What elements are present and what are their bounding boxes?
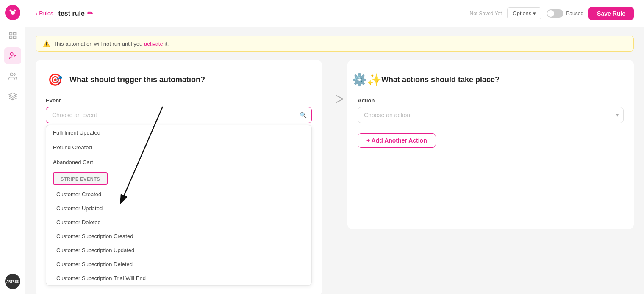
not-saved-label: Not Saved Yet [469, 11, 502, 16]
stripe-section-header: Stripe Events [53, 172, 108, 185]
search-icon: 🔍 [300, 112, 307, 118]
sidebar: ARTREE [0, 0, 25, 294]
event-dropdown: Fulfillment Updated Refund Created Aband… [46, 125, 312, 286]
topbar-left: ‹ Rules test rule ✏ [36, 9, 93, 17]
dropdown-item-customer-subscription-updated[interactable]: Customer Subscription Updated [46, 243, 311, 257]
trigger-panel: 🎯 What should trigger this automation? E… [36, 60, 322, 294]
toggle-label: Paused [566, 11, 583, 16]
breadcrumb-rules[interactable]: ‹ Rules [36, 10, 53, 16]
activate-link[interactable]: activate [144, 41, 163, 47]
action-panel-header: ⚙️✨ What actions should take place? [358, 70, 624, 89]
arrow-connector [322, 60, 347, 104]
svg-point-8 [10, 73, 13, 76]
action-select-wrap: Choose an action ▾ [358, 107, 624, 123]
action-heading: What actions should take place? [381, 75, 500, 84]
app-logo[interactable] [5, 5, 20, 20]
chevron-left-icon: ‹ [36, 10, 37, 16]
svg-point-7 [10, 53, 13, 56]
sidebar-bottom: ARTREE [5, 274, 20, 289]
rule-title: test rule ✏ [58, 9, 93, 17]
stripe-section-row: Stripe Events [46, 170, 311, 187]
event-search-wrap: 🔍 [46, 107, 312, 123]
sidebar-item-dashboard[interactable] [4, 27, 21, 44]
user-avatar[interactable]: ARTREE [5, 274, 20, 289]
dropdown-item-refund-created[interactable]: Refund Created [46, 140, 311, 155]
page-content: ⚠️ This automation will not run until yo… [25, 27, 644, 294]
warning-icon: ⚠️ [43, 40, 50, 47]
rule-name-text: test rule [58, 10, 85, 17]
paused-toggle-wrap: Paused [547, 9, 583, 18]
add-another-action-button[interactable]: + Add Another Action [358, 133, 436, 148]
dropdown-item-customer-updated[interactable]: Customer Updated [46, 201, 311, 215]
add-action-label: + Add Another Action [366, 137, 427, 144]
dropdown-item-abandoned-cart[interactable]: Abandoned Cart [46, 155, 311, 170]
dropdown-item-customer-deleted[interactable]: Customer Deleted [46, 215, 311, 229]
svg-rect-3 [9, 33, 12, 35]
svg-marker-9 [9, 93, 16, 96]
action-icon: ⚙️✨ [358, 70, 376, 89]
action-field-label: Action [358, 97, 624, 104]
dropdown-item-customer-subscription-created[interactable]: Customer Subscription Created [46, 229, 311, 243]
dropdown-item-customer-subscription-deleted[interactable]: Customer Subscription Deleted [46, 257, 311, 271]
event-field-label: Event [46, 97, 312, 104]
dropdown-item-fulfillment-updated[interactable]: Fulfillment Updated [46, 125, 311, 140]
warning-text: This automation will not run until you a… [53, 41, 169, 47]
action-select[interactable]: Choose an action [358, 107, 624, 123]
main-area: ‹ Rules test rule ✏ Not Saved Yet Option… [25, 0, 644, 294]
svg-rect-5 [9, 36, 12, 39]
two-col-layout: 🎯 What should trigger this automation? E… [36, 60, 634, 294]
svg-rect-6 [13, 36, 16, 39]
paused-toggle[interactable] [547, 9, 564, 18]
sidebar-item-contacts[interactable] [4, 68, 21, 85]
options-label: Options [513, 10, 532, 16]
save-rule-button[interactable]: Save Rule [588, 7, 634, 20]
topbar-right: Not Saved Yet Options ▾ Paused Save Rule [469, 7, 634, 20]
options-button[interactable]: Options ▾ [507, 7, 542, 19]
event-search-input[interactable] [46, 107, 312, 123]
svg-rect-4 [13, 33, 16, 35]
svg-point-1 [9, 10, 11, 12]
chevron-down-icon: ▾ [533, 10, 536, 16]
sidebar-item-integrations[interactable] [4, 88, 21, 105]
dropdown-item-customer-subscription-trial[interactable]: Customer Subscription Trial Will End [46, 271, 311, 285]
trigger-heading: What should trigger this automation? [69, 75, 205, 84]
toggle-knob [547, 10, 554, 17]
breadcrumb-label: Rules [39, 10, 53, 16]
trigger-panel-header: 🎯 What should trigger this automation? [46, 70, 312, 89]
trigger-icon: 🎯 [46, 70, 64, 89]
topbar: ‹ Rules test rule ✏ Not Saved Yet Option… [25, 0, 644, 27]
warning-banner: ⚠️ This automation will not run until yo… [36, 36, 634, 52]
action-panel: ⚙️✨ What actions should take place? Acti… [347, 60, 634, 229]
dropdown-item-customer-created[interactable]: Customer Created [46, 187, 311, 201]
svg-point-2 [14, 10, 16, 12]
edit-rule-icon[interactable]: ✏ [87, 9, 93, 17]
sidebar-item-automations[interactable] [4, 47, 21, 64]
right-arrow-icon [326, 94, 343, 104]
